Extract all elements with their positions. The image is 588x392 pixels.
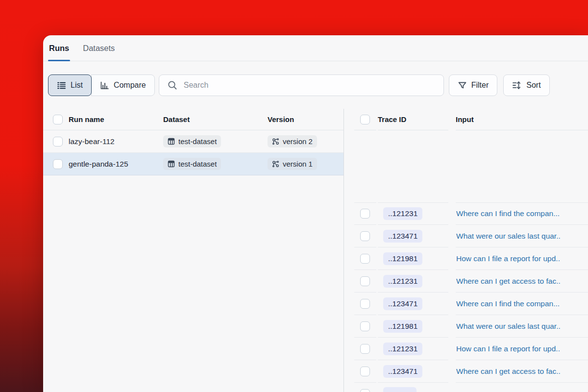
column-header-trace-id: Trace ID [378,115,406,123]
list-icon [57,81,66,90]
row-checkbox[interactable] [360,209,370,219]
table-row[interactable]: ..123471 What were our sales last quar.. [344,225,588,247]
trace-input-link[interactable]: What were our sales last quar.. [456,232,561,241]
trace-id-badge[interactable]: ..121981 [383,252,422,265]
filter-icon [458,81,467,90]
table-row[interactable]: ..121981 How can I file a report for upd… [344,247,588,270]
network-icon [272,160,279,168]
column-header-version: Version [268,115,343,123]
row-checkbox[interactable] [360,276,370,286]
table-row[interactable]: ..123471 Where can I get access to fac.. [344,360,588,383]
trace-id-badge[interactable]: ..123471 [383,297,422,310]
table-row[interactable]: lazy-bear-112 test-dataset [43,130,343,153]
column-header-input: Input [456,115,474,123]
toolbar: List Compare [48,74,588,96]
runs-table-body: lazy-bear-112 test-dataset [43,130,343,175]
trace-input-link[interactable]: Where can I find the compan... [456,209,560,218]
dataset-badge[interactable]: test-dataset [163,158,221,170]
traces-gap [344,130,588,202]
version-badge[interactable]: version 1 [268,158,317,170]
trace-id-badge[interactable]: ..123471 [383,230,422,243]
table-icon [168,138,175,145]
trace-input-link[interactable]: How can I file a report for upd.. [456,254,560,263]
row-checkbox[interactable] [360,389,370,392]
row-checkbox[interactable] [53,137,63,147]
network-icon [272,138,279,145]
tab-runs[interactable]: Runs [48,35,70,61]
tab-datasets[interactable]: Datasets [82,35,116,61]
filter-button[interactable]: Filter [449,74,498,96]
traces-panel: Trace ID Input ..121231 Where can I find… [344,109,588,392]
background: Runs Datasets List [0,0,588,392]
runs-table-header: Run name Dataset Version [43,109,343,130]
row-checkbox[interactable] [360,231,370,241]
search-icon [167,80,178,91]
table-row[interactable]: ..121231 How can I file a report for upd… [344,338,588,360]
runs-panel: Run name Dataset Version lazy-bear-112 t… [43,109,344,392]
run-name: gentle-panda-125 [69,160,163,169]
tab-bar: Runs Datasets [43,35,588,61]
table-row[interactable]: ..121231 Where can I get access to fac.. [344,270,588,293]
row-checkbox[interactable] [360,367,370,376]
search-box [159,74,444,96]
table-row[interactable]: gentle-panda-125 test-dataset [43,153,343,175]
list-view-button[interactable]: List [48,74,92,96]
column-header-run-name: Run name [69,115,163,123]
row-checkbox[interactable] [360,299,370,309]
search-input[interactable] [184,81,436,90]
table-row[interactable]: ..123471 Where can I find the compan... [344,293,588,315]
traces-table-body: ..121231 Where can I find the compan... … [344,202,588,392]
trace-id-badge[interactable]: ..121981 [383,320,422,333]
sort-icon [512,80,522,90]
trace-input-link[interactable]: Where can I find the compan... [456,299,560,308]
table-row[interactable] [344,383,588,392]
select-all-checkbox[interactable] [53,115,63,124]
trace-input-link[interactable]: Where can I get access to fac.. [456,277,561,286]
column-header-dataset: Dataset [163,115,268,123]
compare-view-button[interactable]: Compare [91,74,155,96]
version-badge[interactable]: version 2 [268,135,317,147]
trace-id-badge[interactable]: ..123471 [383,365,422,378]
run-name: lazy-bear-112 [69,137,163,146]
row-checkbox[interactable] [360,254,370,264]
trace-input-link[interactable]: What were our sales last quar.. [456,322,561,331]
row-checkbox[interactable] [360,344,370,354]
select-all-checkbox[interactable] [360,115,370,124]
view-mode-toggle: List Compare [48,74,155,96]
dataset-badge[interactable]: test-dataset [163,135,221,147]
row-checkbox[interactable] [53,159,63,169]
app-card: Runs Datasets List [43,35,588,392]
trace-id-badge[interactable]: ..121231 [383,343,422,355]
row-checkbox[interactable] [360,321,370,331]
trace-id-badge[interactable]: ..121231 [383,207,422,220]
table-row[interactable]: ..121981 What were our sales last quar.. [344,315,588,338]
bar-chart-icon [100,81,109,90]
traces-table-header: Trace ID Input [344,109,588,130]
table-row[interactable]: ..121231 Where can I find the compan... [344,202,588,225]
trace-id-badge[interactable] [383,387,416,392]
sort-button[interactable]: Sort [503,74,549,96]
trace-id-badge[interactable]: ..121231 [383,275,422,288]
trace-input-link[interactable]: Where can I get access to fac.. [456,367,561,376]
table-icon [168,160,175,168]
trace-input-link[interactable]: How can I file a report for upd.. [456,344,560,353]
